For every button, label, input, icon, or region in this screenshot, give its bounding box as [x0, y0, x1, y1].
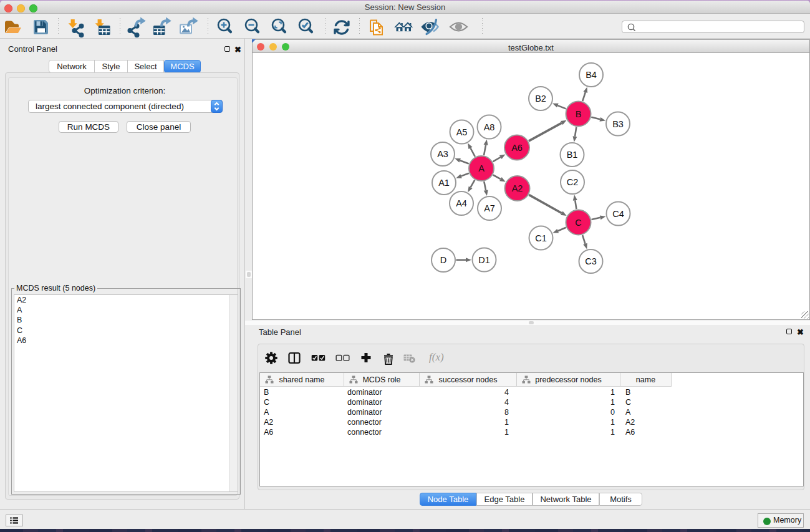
svg-text:A6: A6 [511, 143, 523, 153]
svg-text:B1: B1 [567, 150, 578, 160]
svg-text:B3: B3 [612, 119, 624, 129]
svg-text:A3: A3 [437, 149, 448, 159]
svg-text:A5: A5 [456, 127, 468, 137]
svg-text:B2: B2 [535, 94, 546, 104]
svg-text:C1: C1 [535, 233, 547, 243]
svg-text:D1: D1 [478, 255, 490, 265]
svg-text:A8: A8 [484, 122, 495, 132]
svg-text:C: C [575, 218, 581, 228]
svg-text:C4: C4 [612, 209, 624, 219]
svg-text:D: D [440, 255, 446, 265]
svg-text:B: B [576, 109, 582, 119]
svg-text:C3: C3 [585, 256, 597, 266]
svg-text:A4: A4 [456, 198, 467, 208]
svg-text:A2: A2 [512, 183, 523, 193]
svg-text:C2: C2 [567, 177, 579, 187]
svg-text:B4: B4 [586, 70, 597, 80]
svg-text:A: A [478, 163, 485, 173]
svg-text:A7: A7 [484, 203, 495, 213]
svg-text:A1: A1 [438, 178, 450, 188]
